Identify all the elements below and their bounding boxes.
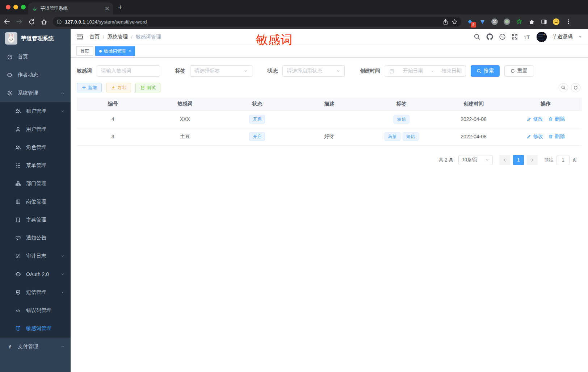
- forward-icon[interactable]: [14, 16, 25, 27]
- sidebar-item-系统管理[interactable]: 系统管理: [0, 84, 71, 102]
- sidebar-item-首页[interactable]: 首页: [0, 48, 71, 66]
- sidebar-logo[interactable]: 芋道管理系统: [0, 29, 71, 48]
- sidebar-item-审计日志[interactable]: 审计日志: [0, 247, 71, 265]
- add-button[interactable]: 新增: [77, 83, 102, 92]
- cell-id: 4: [77, 110, 149, 128]
- sidebar-item-用户管理[interactable]: 用户管理: [0, 120, 71, 138]
- search-icon[interactable]: [474, 33, 480, 40]
- yen-icon: ¥: [7, 344, 13, 350]
- profile-avatar-emoji[interactable]: [553, 18, 560, 25]
- page-size-select[interactable]: 10条/页: [458, 155, 493, 165]
- filter-word-input[interactable]: 请输入敏感词: [97, 65, 160, 77]
- filter-tag-select[interactable]: 请选择标签: [190, 65, 252, 77]
- zoom-window-button[interactable]: [21, 5, 26, 9]
- sidebar-item-敏感词管理[interactable]: 敏感词管理: [0, 319, 71, 338]
- prev-page-button[interactable]: [499, 155, 510, 165]
- tab-close-icon[interactable]: ✕: [105, 6, 109, 11]
- sidebar-item-支付管理[interactable]: ¥支付管理: [0, 338, 71, 356]
- sidebar-item-label: 岗位管理: [26, 198, 46, 205]
- url-text: 127.0.0.1:1024/system/sensitive-word: [65, 19, 440, 25]
- collapse-sidebar-icon[interactable]: [76, 33, 84, 41]
- sidebar-item-短信管理[interactable]: 短信管理: [0, 283, 71, 301]
- sidebar-item-label: 系统管理: [18, 90, 38, 96]
- delete-link[interactable]: 删除: [548, 133, 565, 140]
- new-tab-button[interactable]: +: [118, 3, 122, 12]
- svg-text:</>: </>: [16, 309, 20, 313]
- address-bar[interactable]: 127.0.0.1:1024/system/sensitive-word: [53, 17, 461, 27]
- extension-star-icon[interactable]: [516, 18, 523, 25]
- sidebar-item-字典管理[interactable]: 字典管理: [0, 211, 71, 229]
- share-icon[interactable]: [442, 19, 449, 25]
- site-info-icon[interactable]: [56, 19, 62, 25]
- show-search-circle-button[interactable]: [559, 83, 568, 92]
- breadcrumb-item[interactable]: 系统管理: [108, 34, 128, 40]
- sidebar-item-label: 字典管理: [26, 217, 46, 223]
- sidebar-item-部门管理[interactable]: 部门管理: [0, 175, 71, 193]
- user-avatar[interactable]: [537, 32, 547, 42]
- plus-icon: [82, 85, 86, 90]
- header-actions: ? TT 芋道源码: [474, 32, 582, 42]
- page-number-button[interactable]: 1: [513, 155, 524, 165]
- fullscreen-icon[interactable]: [511, 33, 518, 40]
- export-button[interactable]: 导出: [106, 83, 131, 92]
- daterange-separator: -: [432, 68, 433, 74]
- cell-created: 2022-04-08: [437, 128, 509, 145]
- filter-status-select[interactable]: 请选择启用状态: [282, 65, 345, 77]
- sidebar-item-岗位管理[interactable]: 岗位管理: [0, 193, 71, 211]
- user-name[interactable]: 芋道源码: [552, 34, 572, 40]
- word-tag: 短信: [394, 115, 410, 124]
- page-content: 敏感词 请输入敏感词 标签 请选择标签 状态 请选: [71, 58, 588, 165]
- sidebar-item-错误码管理[interactable]: </>错误码管理: [0, 301, 71, 319]
- reset-button[interactable]: 重置: [504, 65, 533, 77]
- browser-tab[interactable]: 芋道管理系统 ✕: [28, 3, 113, 14]
- org-icon: [15, 181, 21, 187]
- back-icon[interactable]: [1, 16, 12, 27]
- breadcrumb-item[interactable]: 首页: [89, 34, 100, 40]
- edit-link[interactable]: 修改: [526, 116, 543, 122]
- browser-menu-kebab-icon[interactable]: [565, 18, 572, 25]
- side-panel-icon[interactable]: [540, 18, 547, 25]
- goto-page-input[interactable]: 1: [556, 155, 570, 165]
- tags-view-tab-首页[interactable]: 首页: [76, 46, 93, 56]
- sidebar-item-OAuth 2.0[interactable]: OAuth 2.0: [0, 265, 71, 283]
- bookmark-star-icon[interactable]: [452, 19, 458, 25]
- sidebar-item-作者动态[interactable]: 作者动态: [0, 66, 71, 84]
- sidebar-item-菜单管理[interactable]: 菜单管理: [0, 156, 71, 175]
- user-caret-down-icon[interactable]: [578, 35, 582, 39]
- search-icon: [476, 68, 482, 74]
- github-icon[interactable]: [486, 33, 494, 41]
- table-header-标签: 标签: [365, 97, 437, 110]
- word-tag: 蔬菜: [385, 132, 400, 141]
- minimize-window-button[interactable]: [13, 5, 18, 9]
- reload-icon[interactable]: [26, 16, 37, 27]
- edit-link[interactable]: 修改: [526, 133, 543, 140]
- filter-daterange-input[interactable]: 开始日期 - 结束日期: [385, 65, 466, 77]
- search-button[interactable]: 搜索: [471, 65, 500, 77]
- delete-link[interactable]: 删除: [548, 116, 565, 122]
- sidebar-item-角色管理[interactable]: 角色管理: [0, 138, 71, 156]
- tab-close-icon[interactable]: ×: [129, 49, 131, 54]
- chevron-down-icon: [485, 158, 489, 162]
- extension-gem-icon[interactable]: [479, 18, 486, 25]
- extension-diamond-icon[interactable]: 9: [466, 18, 474, 25]
- breadcrumb-item: 敏感词管理: [136, 34, 161, 40]
- cell-status: 开启: [221, 110, 293, 128]
- next-page-button[interactable]: [527, 155, 538, 165]
- tab-label: 敏感词管理: [104, 48, 126, 54]
- sidebar-item-label: 错误码管理: [26, 307, 51, 314]
- font-size-icon[interactable]: TT: [524, 33, 531, 40]
- chevron-down-icon: [60, 290, 65, 294]
- edit-label: 修改: [533, 116, 543, 122]
- extension-command-icon[interactable]: ⌘: [491, 18, 498, 25]
- test-button[interactable]: 测试: [135, 83, 160, 92]
- sidebar-item-label: 租户管理: [26, 108, 46, 114]
- home-icon[interactable]: [38, 16, 49, 27]
- tags-view-tab-敏感词管理[interactable]: 敏感词管理×: [95, 46, 135, 56]
- extension-record-icon[interactable]: [503, 18, 511, 25]
- help-icon[interactable]: ?: [499, 33, 506, 40]
- sidebar-item-租户管理[interactable]: 租户管理: [0, 102, 71, 120]
- extensions-puzzle-icon[interactable]: [528, 18, 535, 25]
- refresh-circle-button[interactable]: [571, 83, 580, 92]
- close-window-button[interactable]: [6, 5, 10, 9]
- sidebar-item-通知公告[interactable]: 通知公告: [0, 229, 71, 247]
